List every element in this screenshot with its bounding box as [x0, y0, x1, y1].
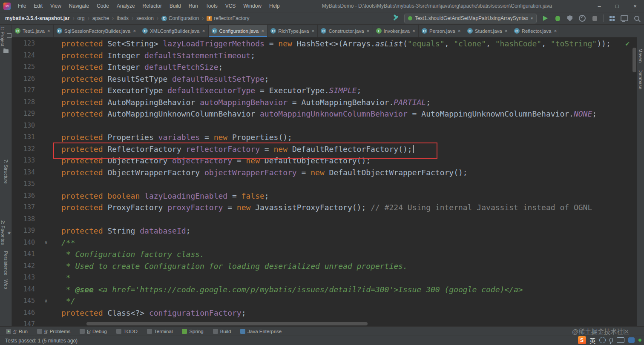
- menu-edit[interactable]: Edit: [30, 3, 46, 9]
- line-number[interactable]: 141: [12, 248, 35, 260]
- tab-test1-java[interactable]: CTest1.java×: [12, 25, 54, 37]
- menu-help[interactable]: Help: [265, 3, 284, 9]
- code-text[interactable]: protected String databaseId;: [57, 225, 632, 237]
- toolwindow-button-6-problems[interactable]: 6: Problems: [37, 329, 70, 334]
- code-text[interactable]: protected ReflectorFactory reflectorFact…: [57, 143, 632, 155]
- code-text[interactable]: * @see <a href='https://code.google.com/…: [57, 284, 632, 296]
- breadcrumb-item-reflectorfactory[interactable]: freflectorFactory: [207, 15, 249, 21]
- run-anything-button[interactable]: [608, 14, 616, 22]
- line-number[interactable]: 132: [12, 143, 35, 155]
- vertical-scrollbar[interactable]: [632, 37, 636, 321]
- code-text[interactable]: protected Properties variables = new Pro…: [57, 131, 632, 143]
- horizontal-scrollbar[interactable]: [57, 322, 627, 325]
- line-number[interactable]: 144: [12, 284, 35, 296]
- tab-richtype-java[interactable]: CRichType.java×: [267, 25, 318, 37]
- gutter-icon[interactable]: ∧: [35, 295, 57, 307]
- line-number[interactable]: 128: [12, 97, 35, 108]
- tab-close-icon[interactable]: ×: [261, 28, 264, 34]
- stop-button[interactable]: [591, 14, 598, 22]
- tab-configuration-java[interactable]: CConfiguration.java×: [209, 25, 268, 37]
- menu-vcs[interactable]: VCS: [221, 3, 240, 9]
- tab-close-icon[interactable]: ×: [202, 28, 205, 34]
- sidebar-folder-icon[interactable]: [3, 49, 9, 53]
- line-number[interactable]: 146: [12, 307, 35, 319]
- breadcrumb-item-configuration[interactable]: CConfiguration: [161, 15, 199, 21]
- run-button[interactable]: [541, 14, 549, 22]
- tab-student-java[interactable]: CStudent.java×: [464, 25, 511, 37]
- line-number[interactable]: 134: [12, 167, 35, 179]
- line-number[interactable]: 126: [12, 73, 35, 85]
- minimize-button[interactable]: –: [590, 0, 608, 12]
- breadcrumb-item-apache[interactable]: apache: [92, 15, 109, 21]
- profiler-button[interactable]: [578, 14, 586, 22]
- tab-constructor-java[interactable]: CConstructor.java×: [318, 25, 373, 37]
- line-number[interactable]: 135: [12, 178, 35, 190]
- line-number[interactable]: 127: [12, 85, 35, 97]
- tab-close-icon[interactable]: ×: [133, 28, 136, 34]
- menu-file[interactable]: File: [14, 3, 30, 9]
- microphone-icon[interactable]: [610, 338, 613, 342]
- tab-close-icon[interactable]: ×: [458, 28, 461, 34]
- breadcrumb-item-session[interactable]: session: [136, 15, 154, 21]
- code-text[interactable]: protected Set<String> lazyLoadTriggerMet…: [57, 38, 632, 50]
- sidebar-item-2-favorites[interactable]: ★2: Favorites: [0, 220, 11, 245]
- close-button[interactable]: ×: [626, 0, 644, 12]
- line-number[interactable]: 136: [12, 190, 35, 202]
- menu-window[interactable]: Window: [239, 3, 265, 9]
- menu-view[interactable]: View: [46, 3, 65, 9]
- toolwindow-button-java-enterprise[interactable]: Java Enterprise: [240, 329, 282, 334]
- code-text[interactable]: protected boolean lazyLoadingEnabled = f…: [57, 190, 632, 202]
- code-text[interactable]: *: [57, 272, 632, 284]
- emoji-icon[interactable]: [599, 337, 606, 343]
- menu-refactor[interactable]: Refactor: [139, 3, 166, 9]
- coverage-button[interactable]: [566, 14, 574, 22]
- sidebar-item-database[interactable]: Database: [638, 69, 643, 89]
- code-text[interactable]: protected AutoMappingBehavior autoMappin…: [57, 97, 632, 108]
- menu-tools[interactable]: Tools: [202, 3, 221, 9]
- line-number[interactable]: 140: [12, 237, 35, 249]
- run-configuration-select[interactable]: Test1.shouldGetAndSetMapPairUsingArraySy…: [404, 14, 537, 23]
- code-text[interactable]: protected AutoMappingUnknownColumnBehavi…: [57, 108, 632, 120]
- tab-close-icon[interactable]: ×: [47, 28, 50, 34]
- tool-windows-button[interactable]: [621, 14, 628, 22]
- search-everywhere-button[interactable]: [633, 14, 641, 22]
- tab-close-icon[interactable]: ×: [311, 28, 314, 34]
- line-number[interactable]: 131: [12, 131, 35, 143]
- line-number[interactable]: 145: [12, 295, 35, 307]
- ime-panel-icon[interactable]: [628, 337, 635, 343]
- code-text[interactable]: */: [57, 295, 632, 307]
- sidebar-item-web[interactable]: Web: [3, 279, 9, 289]
- code-text[interactable]: /**: [57, 237, 632, 249]
- line-number[interactable]: 143: [12, 272, 35, 284]
- code-text[interactable]: protected ExecutorType defaultExecutorTy…: [57, 85, 632, 97]
- line-number[interactable]: 137: [12, 202, 35, 214]
- line-number[interactable]: 130: [12, 120, 35, 132]
- code-text[interactable]: * Used to create Configuration for loadi…: [57, 260, 632, 272]
- code-text[interactable]: [57, 120, 632, 132]
- tab-sqlsessionfactorybuilder-java[interactable]: CSqlSessionFactoryBuilder.java×: [54, 25, 139, 37]
- toolwindow-button-build[interactable]: Build: [213, 329, 231, 334]
- code-text[interactable]: protected ProxyFactory proxyFactory = ne…: [57, 202, 632, 214]
- tab-reflector-java[interactable]: CReflector.java×: [511, 25, 561, 37]
- toolwindow-button-todo[interactable]: TODO: [116, 329, 138, 334]
- line-number[interactable]: 139: [12, 225, 35, 237]
- breadcrumb-item-org[interactable]: org: [77, 15, 84, 21]
- code-text[interactable]: protected ResultSetType defaultResultSet…: [57, 73, 632, 85]
- code-text[interactable]: * Configuration factory class.: [57, 248, 632, 260]
- maximize-button[interactable]: □: [608, 0, 626, 12]
- sogou-ime-icon[interactable]: S: [578, 336, 586, 344]
- line-number[interactable]: 133: [12, 155, 35, 167]
- toolwindow-button-4-run[interactable]: 4: Run: [6, 329, 28, 334]
- code-text[interactable]: [57, 214, 632, 225]
- toolwindow-button-terminal[interactable]: Terminal: [147, 329, 172, 334]
- tab-xmlconfigbuilder-java[interactable]: CXMLConfigBuilder.java×: [139, 25, 208, 37]
- keyboard-icon[interactable]: [617, 337, 624, 343]
- code-editor[interactable]: 123protected Set<String> lazyLoadTrigger…: [12, 37, 637, 326]
- debug-button[interactable]: [554, 14, 561, 22]
- tab-close-icon[interactable]: ×: [412, 28, 415, 34]
- ime-language-indicator[interactable]: 英: [590, 336, 596, 345]
- tab-invoker-java[interactable]: IInvoker.java×: [373, 25, 419, 37]
- tab-close-icon[interactable]: ×: [505, 28, 508, 34]
- sidebar-item-1-project[interactable]: 1: Project: [0, 26, 12, 46]
- sidebar-item-7-structure[interactable]: 7: Structure: [3, 160, 9, 184]
